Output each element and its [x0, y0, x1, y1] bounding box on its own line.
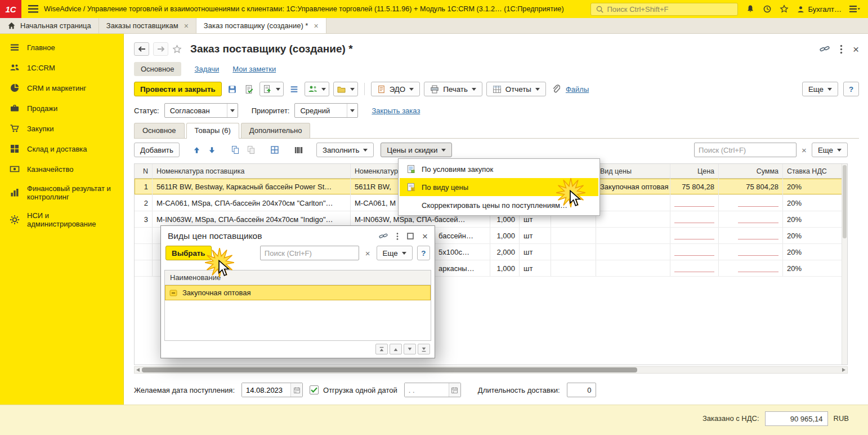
- copy-row-button[interactable]: [229, 143, 241, 157]
- tab-tasks[interactable]: Задачи: [195, 65, 220, 73]
- move-down-button[interactable]: [206, 143, 218, 157]
- scroll-right-icon[interactable]: [840, 367, 847, 373]
- delivery-duration-input[interactable]: [567, 383, 596, 397]
- select-rows-button[interactable]: [269, 143, 281, 157]
- files-link[interactable]: Файлы: [566, 85, 589, 94]
- register-records-button[interactable]: [288, 82, 301, 96]
- global-search-input[interactable]: [607, 5, 733, 14]
- go-top-icon[interactable]: [375, 344, 388, 354]
- service-menu-icon[interactable]: [849, 5, 860, 13]
- post-actions-dropdown[interactable]: [259, 82, 284, 96]
- tab-section-goods[interactable]: Товары (6): [186, 123, 239, 138]
- shipment-date-input[interactable]: [405, 383, 449, 397]
- goods-more-button[interactable]: Еще: [812, 143, 848, 157]
- help-button[interactable]: ?: [843, 82, 859, 96]
- favorite-star-icon[interactable]: [172, 45, 182, 54]
- sidebar-item-purchases[interactable]: Закупки: [0, 118, 123, 139]
- close-tab-icon[interactable]: ×: [184, 22, 189, 30]
- tab-section-main[interactable]: Основное: [134, 123, 185, 138]
- add-row-button[interactable]: Добавить: [134, 143, 180, 157]
- sidebar-item-warehouse[interactable]: Склад и доставка: [0, 139, 123, 159]
- go-up-icon[interactable]: [390, 344, 402, 354]
- close-order-link[interactable]: Закрыть заказ: [372, 106, 420, 115]
- desired-date-input[interactable]: [242, 383, 290, 397]
- col-header-n[interactable]: N: [135, 164, 153, 178]
- col-header-vat[interactable]: Ставка НДС: [783, 164, 843, 178]
- more-button[interactable]: Еще: [802, 82, 838, 96]
- sidebar-item-crm-marketing[interactable]: CRM и маркетинг: [0, 78, 123, 98]
- scrollbar-thumb[interactable]: [843, 165, 847, 238]
- table-horizontal-scrollbar[interactable]: [134, 366, 848, 374]
- clear-search-icon[interactable]: ×: [364, 246, 372, 260]
- close-dialog-icon[interactable]: ×: [422, 232, 428, 241]
- user-menu[interactable]: Бухгалт…: [797, 5, 842, 14]
- get-link-icon[interactable]: [379, 232, 388, 240]
- maximize-icon[interactable]: [407, 233, 414, 239]
- scroll-left-icon[interactable]: [135, 367, 141, 373]
- single-date-checkbox[interactable]: [310, 385, 319, 394]
- global-search[interactable]: [590, 3, 738, 16]
- history-icon[interactable]: [763, 5, 772, 14]
- back-button[interactable]: [134, 42, 149, 56]
- post-button[interactable]: [243, 82, 256, 96]
- calendar-icon[interactable]: [290, 383, 302, 397]
- select-button[interactable]: Выбрать: [165, 246, 212, 260]
- tab-section-additional[interactable]: Дополнительно: [241, 123, 311, 138]
- go-bottom-icon[interactable]: [418, 344, 430, 354]
- forward-button[interactable]: [153, 42, 168, 56]
- tab-home[interactable]: Начальная страница: [0, 18, 99, 33]
- col-header-sum[interactable]: Сумма: [719, 164, 783, 178]
- paste-row-button[interactable]: [245, 143, 257, 157]
- scrollbar-thumb[interactable]: [142, 367, 637, 372]
- more-dots-icon[interactable]: [840, 45, 843, 54]
- priority-select[interactable]: Средний: [294, 103, 358, 118]
- list-column-header[interactable]: Наименование: [165, 270, 431, 285]
- dialog-search-input[interactable]: [260, 246, 359, 260]
- print-dropdown[interactable]: Печать: [424, 82, 482, 96]
- tab-supplier-orders-list[interactable]: Заказы поставщикам ×: [99, 18, 196, 33]
- create-based-on-dropdown[interactable]: [305, 82, 329, 96]
- sidebar-item-treasury[interactable]: Казначейство: [0, 159, 123, 179]
- table-vertical-scrollbar[interactable]: [842, 164, 847, 365]
- close-form-icon[interactable]: ×: [853, 44, 859, 55]
- list-item-selected[interactable]: Закупочная оптовая: [165, 285, 431, 300]
- col-header-price-kind[interactable]: Вид цены: [596, 164, 670, 178]
- col-header-supplier-item[interactable]: Номенклатура поставщика: [153, 164, 351, 178]
- edo-dropdown[interactable]: ЭДО: [371, 82, 420, 96]
- main-menu-icon[interactable]: [28, 5, 38, 13]
- menu-item-adjust-by-receipts[interactable]: Скорректировать цены по поступлениям…: [400, 196, 598, 214]
- tab-main[interactable]: Основное: [134, 62, 181, 76]
- goods-search-input[interactable]: [694, 143, 797, 157]
- sidebar-item-main[interactable]: Главное: [0, 37, 123, 57]
- menu-item-by-price-kind[interactable]: По виду цены: [400, 178, 598, 196]
- barcode-scanner-button[interactable]: [292, 143, 305, 157]
- go-down-icon[interactable]: [404, 344, 416, 354]
- menu-item-by-purchase-terms[interactable]: По условиям закупок: [400, 160, 598, 178]
- tab-supplier-order-new[interactable]: Заказ поставщику (создание) * ×: [196, 18, 326, 33]
- post-and-close-button[interactable]: Провести и закрыть: [134, 82, 222, 96]
- files-folder-dropdown[interactable]: [333, 82, 358, 96]
- reports-dropdown[interactable]: Отчеты: [486, 82, 546, 96]
- dialog-more-button[interactable]: Еще: [377, 246, 413, 260]
- calendar-icon[interactable]: [449, 383, 460, 397]
- get-link-icon[interactable]: [820, 45, 830, 54]
- clear-search-icon[interactable]: ×: [800, 143, 808, 157]
- sidebar-item-nsi-admin[interactable]: НСИ и администрирование: [0, 206, 123, 233]
- close-tab-icon[interactable]: ×: [314, 22, 318, 30]
- favorites-icon[interactable]: [780, 5, 789, 14]
- tab-my-notes[interactable]: Мои заметки: [232, 65, 276, 73]
- notifications-icon[interactable]: [746, 5, 755, 14]
- attachment-button[interactable]: [550, 82, 562, 96]
- sidebar-item-finance-result[interactable]: Финансовый результат и контроллинг: [0, 179, 123, 206]
- save-button[interactable]: [226, 82, 239, 96]
- fill-dropdown[interactable]: Заполнить: [316, 143, 374, 157]
- sidebar-item-sales[interactable]: Продажи: [0, 98, 123, 118]
- status-select[interactable]: Согласован: [164, 103, 238, 118]
- shipment-date-field[interactable]: [404, 383, 461, 397]
- sidebar-item-1c-crm[interactable]: 1С:CRM: [0, 57, 123, 78]
- more-dots-icon[interactable]: [396, 232, 399, 241]
- prices-discounts-dropdown[interactable]: Цены и скидки: [381, 143, 452, 157]
- col-header-price[interactable]: Цена: [670, 164, 719, 178]
- dialog-help-button[interactable]: ?: [417, 246, 430, 260]
- desired-date-field[interactable]: [241, 383, 303, 397]
